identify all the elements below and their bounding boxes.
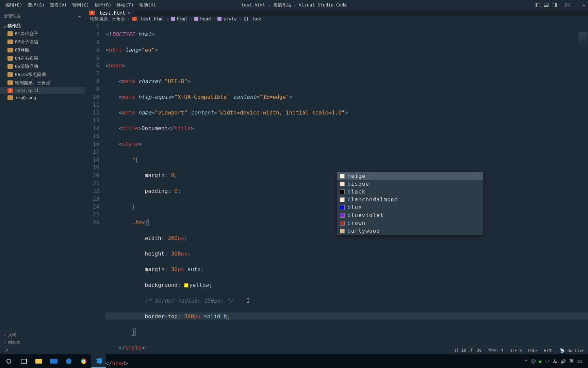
menu-view[interactable]: 查看(V) [47, 2, 69, 8]
file-item[interactable]: 5test.html [0, 87, 85, 94]
tree-item-label: 绘制圆形、三角形 [15, 80, 50, 86]
folder-item[interactable]: 05清除浮动 [0, 62, 85, 71]
tab-close-icon[interactable]: × [128, 10, 131, 16]
tab-bar: 5 test.html × [85, 10, 588, 16]
sidebar-title: 源管理器 [4, 13, 20, 19]
folder-icon [7, 56, 13, 61]
start-button[interactable] [1, 354, 16, 368]
tab-label: test.html [99, 10, 125, 16]
tree-item-label: 01两种盒子 [15, 31, 38, 37]
element-icon [217, 17, 222, 21]
color-swatch-icon [340, 174, 345, 179]
folder-item[interactable]: 02盒子塌陷 [0, 38, 85, 46]
menu-go[interactable]: 转到(G) [69, 2, 92, 8]
layout-right-icon[interactable] [552, 3, 557, 7]
minimize-icon[interactable]: — [583, 3, 585, 8]
tree-item-label: 04左右布局 [15, 55, 38, 61]
folder-icon [7, 40, 13, 44]
minimap[interactable] [578, 32, 588, 100]
color-swatch-icon [340, 213, 345, 218]
explorer-root[interactable]: ⌄稿作品 [0, 22, 85, 30]
layout-left-icon[interactable] [536, 3, 540, 7]
suggest-label: bisque [347, 180, 369, 188]
color-swatch-icon [340, 182, 345, 186]
html-file-icon: 5 [89, 11, 95, 15]
folder-icon [7, 31, 13, 36]
tree-item-label: 03导航 [15, 47, 29, 53]
folder-item[interactable]: 01两种盒子 [0, 30, 85, 38]
folder-icon [7, 95, 13, 100]
folder-icon [7, 72, 13, 77]
element-icon [171, 17, 175, 21]
breadcrumb[interactable]: 绘制圆形、三角形› 5test.html› html› head› style›… [85, 16, 588, 22]
folder-item[interactable]: 03导航 [0, 46, 85, 54]
suggest-item[interactable]: bisque [337, 180, 483, 188]
color-swatch-icon [340, 189, 345, 194]
chevron-down-icon: ⌄ [3, 23, 6, 28]
folder-icon [7, 80, 13, 85]
suggest-item[interactable]: blue [337, 203, 483, 211]
tree-item-label: 06css常见隐藏 [15, 72, 46, 78]
suggest-item[interactable]: blanchedalmond [337, 196, 483, 203]
folder-item[interactable]: 绘制圆形、三角形 [0, 79, 85, 87]
folder-item[interactable]: 04左右布局 [0, 54, 85, 62]
tree-item-label: 02盒子塌陷 [15, 39, 38, 45]
sidebar: 源管理器 ⋯ ⌄稿作品 01两种盒子02盒子塌陷03导航04左右布局05清除浮动… [0, 10, 85, 346]
class-icon: {} [243, 16, 249, 21]
layout-grid-icon[interactable] [566, 3, 570, 7]
suggest-item[interactable]: brown [337, 219, 483, 227]
autocomplete-popup[interactable]: beigebisqueblackblanchedalmondbluebluevi… [337, 172, 483, 235]
edge-icon[interactable] [61, 354, 76, 368]
suggest-label: blue [347, 203, 362, 211]
code-content[interactable]: <!DOCTYPE html> <html lang="en"> <head> … [105, 22, 588, 368]
menu-terminal[interactable]: 终端(T) [114, 2, 136, 8]
color-swatch-icon [340, 229, 345, 233]
menubar: 编辑(E) 选择(S) 查看(V) 转到(G) 运行(R) 终端(T) 帮助(H… [0, 0, 588, 10]
suggest-label: blanchedalmond [347, 196, 398, 203]
folder-icon [7, 64, 13, 69]
layout-bottom-icon[interactable] [544, 3, 549, 7]
color-swatch-icon [340, 221, 345, 226]
folder-item[interactable]: 06css常见隐藏 [0, 71, 85, 79]
mail-icon[interactable] [46, 354, 61, 368]
suggest-item[interactable]: blueviolet [337, 211, 483, 219]
window-title: test.html - 投稿作品 - Visual Studio Code [241, 2, 347, 8]
line-gutter: 1234567891011121314151617181920212223242… [85, 22, 105, 368]
tab-test-html[interactable]: 5 test.html × [85, 10, 135, 16]
outline-row[interactable]: › 大纲 [0, 331, 85, 339]
menu-select[interactable]: 选择(S) [25, 2, 47, 8]
suggest-label: beige [347, 172, 365, 180]
code-editor[interactable]: 1234567891011121314151617181920212223242… [85, 22, 588, 368]
menu-edit[interactable]: 编辑(E) [3, 2, 25, 8]
html-file-icon: 5 [7, 88, 13, 93]
folder-item[interactable]: imgQiang [0, 94, 85, 101]
suggest-label: burlywood [347, 227, 380, 235]
suggest-item[interactable]: burlywood [337, 227, 483, 235]
tree-item-label: imgQiang [15, 95, 36, 100]
task-view-icon[interactable] [16, 354, 31, 368]
sidebar-more-icon[interactable]: ⋯ [78, 14, 81, 19]
tree-item-label: test.html [15, 88, 39, 93]
menu-run[interactable]: 运行(R) [92, 2, 114, 8]
branch-icon[interactable]: ⎇ [3, 348, 8, 353]
suggest-label: black [347, 188, 365, 196]
suggest-item[interactable]: beige [337, 172, 483, 180]
color-swatch-icon [340, 197, 345, 202]
folder-icon [7, 48, 13, 52]
menu-help[interactable]: 帮助(H) [136, 2, 159, 8]
tree-item-label: 05清除浮动 [15, 63, 38, 70]
element-icon [194, 17, 198, 21]
suggest-item[interactable]: black [337, 188, 483, 196]
suggest-label: blueviolet [347, 211, 383, 219]
outline-section: › 大纲 › 时间线 [0, 331, 85, 346]
suggest-label: brown [347, 219, 365, 227]
file-explorer-icon[interactable] [31, 354, 46, 368]
color-swatch-icon [340, 205, 345, 210]
html-file-icon: 5 [132, 17, 137, 21]
timeline-row[interactable]: › 时间线 [0, 339, 85, 346]
